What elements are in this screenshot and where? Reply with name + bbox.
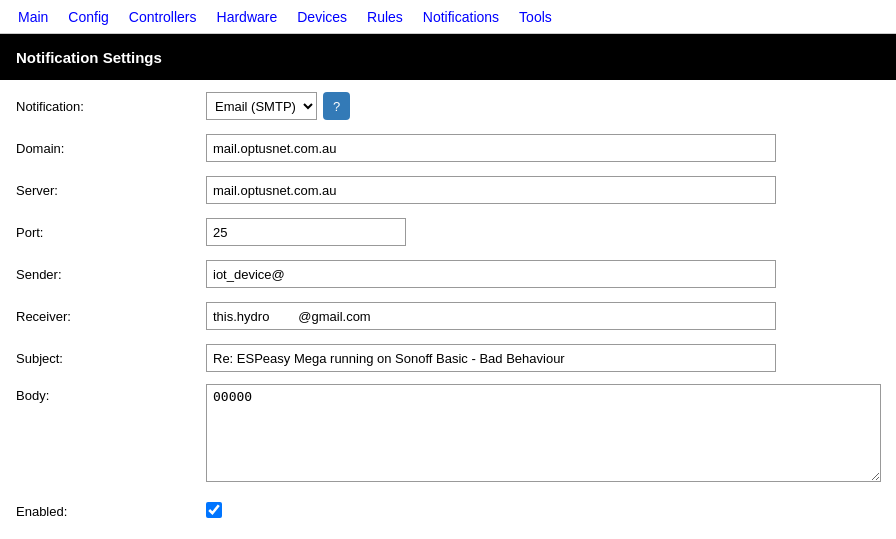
body-textarea[interactable]: 00000: [206, 384, 881, 482]
body-row: Body: 00000: [16, 384, 880, 485]
sender-row: Sender:: [16, 258, 880, 290]
nav-main[interactable]: Main: [8, 0, 58, 34]
enabled-checkbox[interactable]: [206, 502, 222, 518]
receiver-control: [206, 302, 880, 330]
body-control: 00000: [206, 384, 881, 485]
subject-label: Subject:: [16, 351, 206, 366]
subject-input[interactable]: [206, 344, 776, 372]
notification-label: Notification:: [16, 99, 206, 114]
receiver-input[interactable]: [206, 302, 776, 330]
server-label: Server:: [16, 183, 206, 198]
port-row: Port:: [16, 216, 880, 248]
nav-devices[interactable]: Devices: [287, 0, 357, 34]
domain-label: Domain:: [16, 141, 206, 156]
nav-config[interactable]: Config: [58, 0, 118, 34]
domain-control: [206, 134, 880, 162]
notification-control: Email (SMTP) HTTP Pushover ?: [206, 92, 880, 120]
body-label: Body:: [16, 384, 206, 403]
notification-select[interactable]: Email (SMTP) HTTP Pushover: [206, 92, 317, 120]
enabled-control: [206, 502, 880, 521]
notification-settings-form: Notification: Email (SMTP) HTTP Pushover…: [0, 80, 896, 539]
port-label: Port:: [16, 225, 206, 240]
nav-rules[interactable]: Rules: [357, 0, 413, 34]
nav-tools[interactable]: Tools: [509, 0, 562, 34]
enabled-label: Enabled:: [16, 504, 206, 519]
enabled-row: Enabled:: [16, 495, 880, 527]
page-title: Notification Settings: [0, 34, 190, 80]
server-input[interactable]: [206, 176, 776, 204]
page-title-bar: Notification Settings: [0, 34, 896, 80]
sender-control: [206, 260, 880, 288]
server-control: [206, 176, 880, 204]
receiver-row: Receiver:: [16, 300, 880, 332]
sender-input[interactable]: [206, 260, 776, 288]
navigation: Main Config Controllers Hardware Devices…: [0, 0, 896, 34]
domain-row: Domain:: [16, 132, 880, 164]
server-row: Server:: [16, 174, 880, 206]
help-button[interactable]: ?: [323, 92, 350, 120]
sender-label: Sender:: [16, 267, 206, 282]
nav-hardware[interactable]: Hardware: [207, 0, 288, 34]
port-input[interactable]: [206, 218, 406, 246]
nav-notifications[interactable]: Notifications: [413, 0, 509, 34]
receiver-label: Receiver:: [16, 309, 206, 324]
subject-control: [206, 344, 880, 372]
notification-row: Notification: Email (SMTP) HTTP Pushover…: [16, 90, 880, 122]
port-control: [206, 218, 880, 246]
subject-row: Subject:: [16, 342, 880, 374]
nav-controllers[interactable]: Controllers: [119, 0, 207, 34]
domain-input[interactable]: [206, 134, 776, 162]
